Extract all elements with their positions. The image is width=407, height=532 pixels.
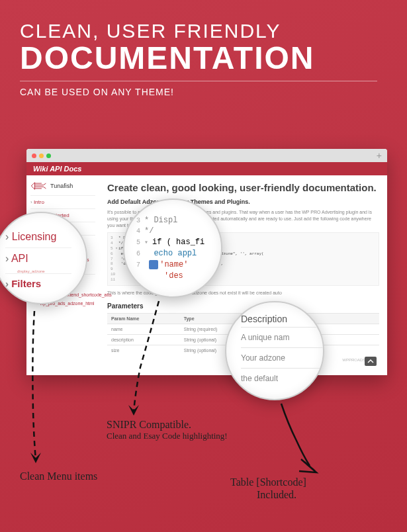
maximize-icon[interactable] bbox=[46, 154, 51, 158]
zoomed-menu-item: API bbox=[5, 248, 86, 269]
zoomed-table-row: A unique nam bbox=[241, 327, 323, 347]
zoomed-menu-item: Licensing bbox=[5, 226, 86, 247]
annotation-table: Table [Shortcode] Included. bbox=[230, 476, 306, 501]
scroll-to-top-button[interactable] bbox=[365, 357, 377, 366]
magnifier-code: 3* Displ 4*/ 5 ▾if ( has_fi 6 echo appl … bbox=[123, 199, 222, 298]
brand-name: Tunafish bbox=[50, 183, 73, 189]
header-line2: DOCUMENTATION bbox=[20, 42, 387, 74]
minimize-icon[interactable] bbox=[39, 154, 44, 158]
zoomed-menu-heading: Filters bbox=[5, 274, 86, 290]
browser-chrome: + bbox=[26, 149, 387, 162]
close-icon[interactable] bbox=[32, 154, 36, 158]
annotation-snipr: SNIPR Compatible. Clean and Esay Code hi… bbox=[107, 418, 228, 441]
chevron-up-icon bbox=[367, 359, 374, 364]
sidebar-item-intro[interactable]: Intro bbox=[30, 197, 95, 207]
fish-icon bbox=[30, 181, 48, 191]
header-divider bbox=[20, 81, 377, 81]
magnifier-table: Description A unique nam Your adzone the… bbox=[225, 301, 324, 400]
annotation-menu: Clean Menu items bbox=[20, 470, 97, 482]
header-line1: CLEAN, USER FRIENDLY bbox=[20, 20, 387, 42]
params-heading: Parameters bbox=[107, 302, 379, 310]
fold-icon bbox=[149, 260, 158, 269]
brand-logo: Tunafish bbox=[30, 181, 95, 191]
zoomed-table-row: Your adzone bbox=[241, 347, 323, 368]
page-title: Create clean, good looking, user-friendl… bbox=[107, 182, 379, 193]
header-subline: CAN BE USED ON ANY THEME! bbox=[20, 87, 387, 97]
app-title: Wiki API Docs bbox=[26, 162, 387, 175]
new-tab-button[interactable]: + bbox=[377, 150, 382, 161]
zoomed-table-row: the default bbox=[241, 368, 323, 388]
